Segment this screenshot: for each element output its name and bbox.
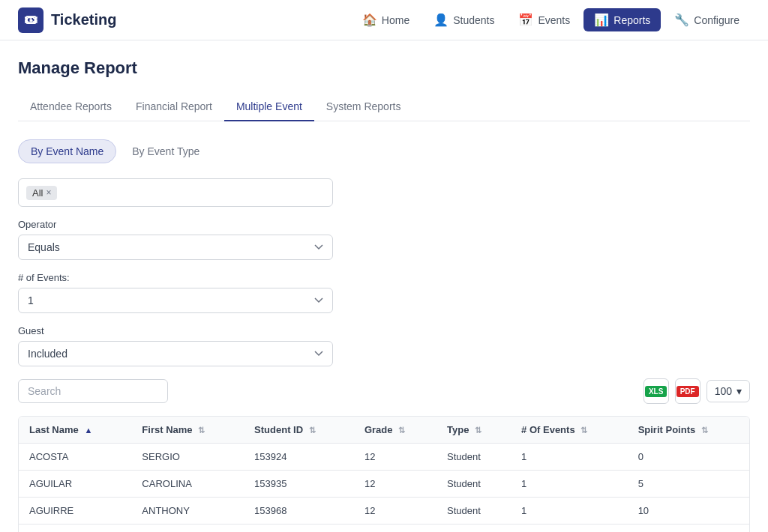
pdf-badge: PDF [676,386,699,397]
sub-tab-by-event-name[interactable]: By Event Name [18,139,116,163]
header: 🎟 Ticketing 🏠 Home 👤 Students 📅 Events 📊… [0,0,768,40]
col-last-name[interactable]: Last Name ▲ [19,417,131,444]
cell-student_id: 153935 [244,471,354,498]
nav-configure-label: Configure [694,14,740,26]
cell-type: Student [436,525,511,533]
search-input[interactable] [18,379,168,403]
xls-badge: XLS [645,386,667,397]
cell-last_name: ACOSTA [19,444,131,471]
event-name-input[interactable]: All × [18,178,333,207]
col-num-events[interactable]: # Of Events ⇅ [511,417,628,444]
cell-num_events: 1 [511,525,628,533]
sub-tab-by-event-type[interactable]: By Event Type [119,139,212,163]
page-size-chevron: ▾ [736,385,742,397]
col-spirit-points[interactable]: Spirit Points ⇅ [628,417,749,444]
cell-type: Student [436,498,511,525]
cell-last_name: AGUIRRE [19,498,131,525]
cell-last_name: AGUILAR [19,471,131,498]
main-tabs: Attendee Reports Financial Report Multip… [18,93,750,121]
sort-icon-type: ⇅ [475,426,482,435]
cell-grade: 12 [354,525,436,533]
search-tools-row: XLS PDF 100 ▾ [18,378,750,404]
cell-spirit_points: 0 [628,444,749,471]
export-pdf-button[interactable]: PDF [675,378,700,404]
export-xls-button[interactable]: XLS [644,378,669,404]
data-table: Last Name ▲ First Name ⇅ Student ID ⇅ Gr… [18,416,750,532]
cell-spirit_points: 5 [628,471,749,498]
main-content: Manage Report Attendee Reports Financial… [0,40,768,532]
cell-type: Student [436,471,511,498]
tab-attendee[interactable]: Attendee Reports [18,93,124,121]
sort-icon-student-id: ⇅ [309,426,316,435]
tag-value: All [32,187,43,199]
events-icon: 📅 [518,13,533,27]
guest-select[interactable]: Included Excluded Only [18,341,333,366]
nav-configure[interactable]: 🔧 Configure [664,8,750,31]
table-row: ALECHDANIELLA15399112Student146 [19,525,749,533]
nav-events[interactable]: 📅 Events [508,8,580,31]
app-logo: 🎟 Ticketing [18,7,116,33]
app-title: Ticketing [51,11,116,28]
table-row: AGUILARCAROLINA15393512Student15 [19,471,749,498]
cell-grade: 12 [354,444,436,471]
nav-students[interactable]: 👤 Students [423,8,505,31]
cell-grade: 12 [354,471,436,498]
cell-first_name: ANTHONY [131,498,244,525]
table-header-row: Last Name ▲ First Name ⇅ Student ID ⇅ Gr… [19,417,749,444]
cell-student_id: 153991 [244,525,354,533]
cell-student_id: 153924 [244,444,354,471]
nav-reports[interactable]: 📊 Reports [584,8,661,31]
operator-group: Operator Equals Not Equals Greater Than … [18,219,333,260]
cell-first_name: DANIELLA [131,525,244,533]
col-grade[interactable]: Grade ⇅ [354,417,436,444]
cell-spirit_points: 46 [628,525,749,533]
cell-first_name: CAROLINA [131,471,244,498]
cell-last_name: ALECH [19,525,131,533]
events-label: # of Events: [18,272,333,283]
tools-right: XLS PDF 100 ▾ [644,378,750,404]
table-body: ACOSTASERGIO15392412Student10AGUILARCARO… [19,444,749,533]
report-table: Last Name ▲ First Name ⇅ Student ID ⇅ Gr… [19,417,749,532]
cell-num_events: 1 [511,498,628,525]
page-size-selector[interactable]: 100 ▾ [706,380,750,402]
cell-num_events: 1 [511,444,628,471]
cell-num_events: 1 [511,471,628,498]
sub-tabs: By Event Name By Event Type [18,139,750,163]
sort-icon-first-name: ⇅ [198,426,205,435]
table-row: ACOSTASERGIO15392412Student10 [19,444,749,471]
tag-remove-btn[interactable]: × [46,187,51,198]
nav-students-label: Students [453,14,494,26]
home-icon: 🏠 [362,13,377,27]
table-row: AGUIRREANTHONY15396812Student110 [19,498,749,525]
cell-grade: 12 [354,498,436,525]
all-tag: All × [26,186,57,200]
tab-multiple[interactable]: Multiple Event [224,93,314,121]
cell-student_id: 153968 [244,498,354,525]
nav-events-label: Events [538,14,570,26]
operator-select[interactable]: Equals Not Equals Greater Than Less Than [18,235,333,260]
events-select[interactable]: 1 2 3 4 5 [18,288,333,313]
guest-label: Guest [18,325,333,336]
tab-financial[interactable]: Financial Report [124,93,224,121]
sort-icon-grade: ⇅ [398,426,405,435]
page-size-value: 100 [715,385,732,397]
reports-icon: 📊 [594,13,609,27]
col-student-id[interactable]: Student ID ⇅ [244,417,354,444]
tab-system[interactable]: System Reports [314,93,413,121]
col-first-name[interactable]: First Name ⇅ [131,417,244,444]
sort-icon-last-name: ▲ [84,426,92,435]
operator-label: Operator [18,219,333,230]
col-type[interactable]: Type ⇅ [436,417,511,444]
cell-type: Student [436,444,511,471]
events-group: # of Events: 1 2 3 4 5 [18,272,333,313]
nav-home[interactable]: 🏠 Home [352,8,420,31]
sort-icon-spirit-points: ⇅ [701,426,708,435]
configure-icon: 🔧 [674,13,689,27]
search-wrap [18,379,168,403]
sort-icon-num-events: ⇅ [580,426,587,435]
cell-first_name: SERGIO [131,444,244,471]
logo-icon: 🎟 [18,7,44,33]
page-title: Manage Report [18,58,750,78]
students-icon: 👤 [434,13,448,27]
guest-group: Guest Included Excluded Only [18,325,333,366]
